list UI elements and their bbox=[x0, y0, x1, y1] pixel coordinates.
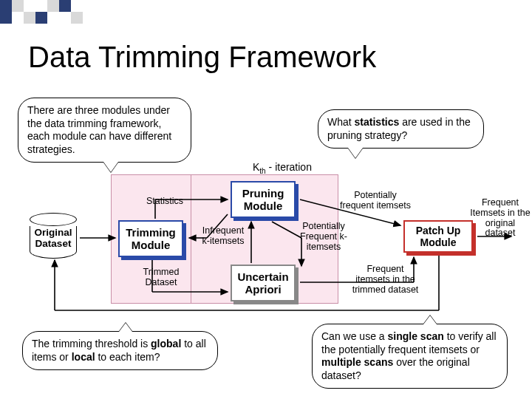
patchup-module-box: Patch Up Module bbox=[403, 220, 473, 253]
statistics-label: Statistics bbox=[146, 197, 183, 207]
bubble-top-right: What statistics are used in the pruning … bbox=[318, 109, 484, 149]
text-bold: statistics bbox=[355, 116, 400, 128]
iteration-label: Kth - iteration bbox=[253, 161, 312, 175]
frequent-original-label: Frequent Itemsets in the original datase… bbox=[470, 198, 531, 239]
original-dataset-label: Original Dataset bbox=[27, 228, 80, 250]
pruning-module-box: Pruning Module bbox=[231, 181, 296, 218]
trimmed-dataset-label: Trimmed Dataset bbox=[137, 267, 185, 288]
frequent-trimmed-label: Frequent itemsets in the trimmed dataset bbox=[350, 265, 420, 295]
bubble-top-left: There are three modules under the data t… bbox=[18, 98, 191, 163]
bubble-bottom-right: Can we use a single scan to verify all t… bbox=[312, 324, 508, 389]
trimming-module-box: Trimming Module bbox=[118, 220, 183, 257]
text: What bbox=[327, 116, 355, 128]
potentially-frequent-k-itemsets-label: Potentially Frequent k-itemsets bbox=[294, 222, 353, 252]
decorative-squares bbox=[0, 0, 83, 12]
page-title: Data Trimming Framework bbox=[28, 41, 376, 74]
infrequent-k-itemsets-label: Infrequent k-itemsets bbox=[198, 226, 248, 247]
potentially-frequent-itemsets-label: Potentially frequent itemsets bbox=[338, 191, 412, 211]
uncertain-apriori-box: Uncertain Apriori bbox=[231, 265, 296, 301]
bubble-text: There are three modules under the data t… bbox=[27, 104, 171, 155]
slide: Data Trimming Framework There are three … bbox=[0, 0, 532, 399]
bubble-bottom-left: The trimming threshold is global to all … bbox=[22, 331, 218, 370]
